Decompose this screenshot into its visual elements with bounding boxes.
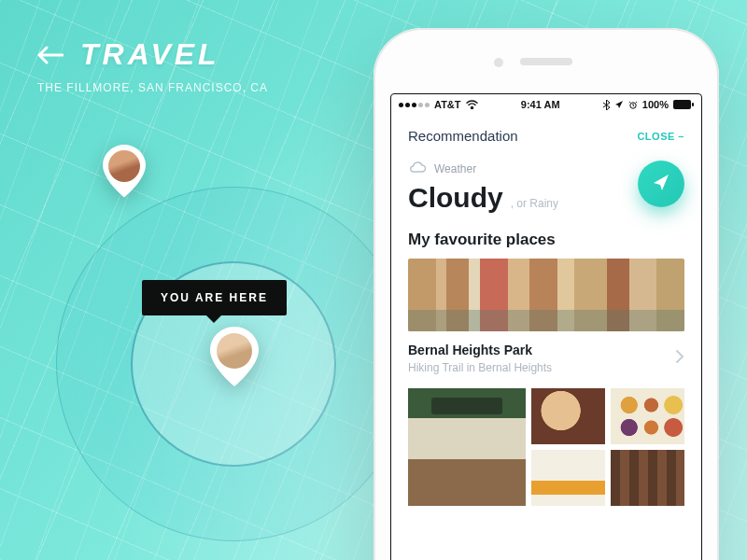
- bluetooth-icon: [603, 100, 610, 110]
- photo-thumbnail[interactable]: [531, 388, 605, 444]
- svg-rect-2: [692, 103, 694, 106]
- weather-value: Cloudy: [408, 182, 503, 214]
- back-arrow-icon[interactable]: [37, 46, 63, 64]
- carrier-label: AT&T: [434, 99, 461, 110]
- battery-label: 100%: [642, 99, 669, 110]
- alarm-icon: [628, 100, 638, 109]
- photo-thumbnail[interactable]: [611, 388, 684, 444]
- photo-thumbnail[interactable]: [611, 450, 684, 506]
- status-bar: AT&T 9:41 AM 100%: [391, 94, 701, 115]
- signal-strength-icon: [399, 103, 430, 107]
- clock-label: 9:41 AM: [521, 99, 560, 110]
- avatar: [217, 333, 252, 369]
- close-button[interactable]: CLOSE –: [637, 131, 684, 142]
- avatar: [108, 150, 140, 182]
- page-title: TRAVEL: [80, 37, 220, 72]
- photo-thumbnail[interactable]: [531, 450, 605, 506]
- page-subtitle: THE FILLMORE, SAN FRANCISCO, CA: [37, 81, 268, 94]
- wifi-icon: [466, 100, 478, 109]
- place-list-item[interactable]: Bernal Heights Park Hiking Trail in Bern…: [408, 331, 684, 388]
- panel-title: Recommendation: [408, 128, 518, 144]
- map-pin-current-user[interactable]: [210, 327, 259, 386]
- favourite-place-banner[interactable]: [408, 259, 684, 331]
- favourites-heading: My favourite places: [408, 231, 684, 249]
- location-arrow-icon: [614, 100, 624, 109]
- chevron-right-icon: [675, 349, 684, 368]
- map-pin-nearby-user[interactable]: [103, 145, 146, 197]
- photo-grid: [408, 388, 684, 506]
- photo-thumbnail[interactable]: [408, 388, 526, 506]
- battery-icon: [673, 100, 694, 109]
- navigate-arrow-icon: [651, 172, 671, 196]
- place-subtitle: Hiking Trail in Bernal Heights: [408, 361, 552, 374]
- place-name: Bernal Heights Park: [408, 343, 552, 357]
- you-are-here-tooltip: YOU ARE HERE: [142, 280, 287, 315]
- svg-rect-1: [673, 100, 691, 109]
- navigate-button[interactable]: [638, 161, 684, 207]
- weather-sub: , or Rainy: [511, 197, 558, 210]
- cloud-icon: [408, 161, 427, 176]
- phone-frame: AT&T 9:41 AM 100% Recommendation CLOSE –: [374, 28, 719, 560]
- phone-screen: AT&T 9:41 AM 100% Recommendation CLOSE –: [390, 93, 702, 560]
- weather-label: Weather: [434, 162, 476, 175]
